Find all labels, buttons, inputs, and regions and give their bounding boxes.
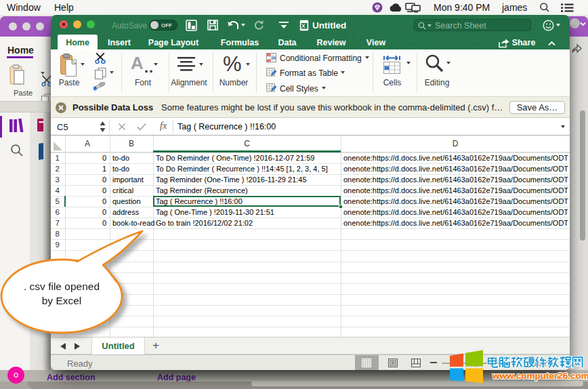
svg-text:. csv file opened: . csv file opened	[24, 281, 100, 292]
svg-text:www.computer26.com: www.computer26.com	[492, 371, 588, 381]
svg-text:by Excel: by Excel	[42, 295, 82, 306]
